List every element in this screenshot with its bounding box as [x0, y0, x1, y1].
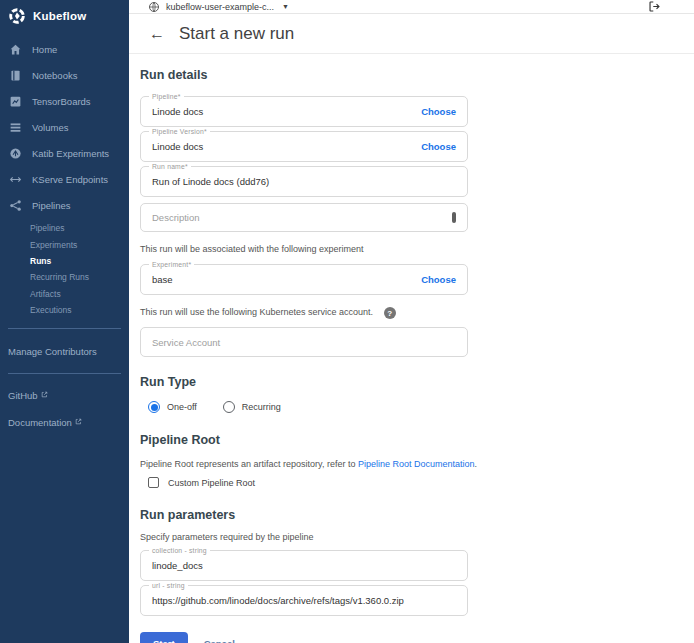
help-icon[interactable]: ? [384, 307, 396, 319]
chevron-down-icon: ▼ [282, 3, 289, 10]
volumes-icon [9, 121, 22, 134]
radio-selected-icon[interactable] [148, 401, 160, 413]
param-url-label: url - string [149, 582, 188, 589]
pipeline-version-field[interactable]: Pipeline Version* Choose [140, 131, 468, 162]
sidebar-item-label: KServe Endpoints [32, 174, 108, 185]
run-name-input[interactable] [152, 176, 456, 187]
custom-pipeline-root-label: Custom Pipeline Root [168, 478, 255, 488]
pipeline-root-description: Pipeline Root represents an artifact rep… [140, 459, 694, 469]
subnav-item-artifacts[interactable]: Artifacts [30, 286, 129, 302]
subnav-item-runs[interactable]: Runs [30, 253, 129, 269]
app-window: Kubeflow Home Notebooks TensorBoards [0, 0, 694, 643]
subnav-item-recurring-runs[interactable]: Recurring Runs [30, 269, 129, 285]
home-icon [9, 43, 22, 56]
namespace-value: kubeflow-user-example-c... [166, 2, 274, 12]
sidebar-item-kserve-endpoints[interactable]: KServe Endpoints [0, 166, 129, 192]
subnav-item-experiments[interactable]: Experiments [30, 236, 129, 252]
experiment-input[interactable] [152, 274, 413, 285]
pipeline-field[interactable]: Pipeline* Choose [140, 96, 468, 127]
experiment-choose-link[interactable]: Choose [421, 274, 456, 285]
logout-icon [648, 0, 661, 13]
form-actions: Start Cancel [140, 632, 694, 643]
sidebar: Kubeflow Home Notebooks TensorBoards [0, 0, 129, 643]
logout-button[interactable] [648, 0, 661, 13]
description-input[interactable] [152, 212, 452, 223]
subnav-label: Recurring Runs [30, 272, 89, 282]
katib-icon [9, 147, 22, 160]
resize-handle-icon[interactable] [452, 212, 456, 223]
pipeline-version-input[interactable] [152, 141, 413, 152]
namespace-selector[interactable]: kubeflow-user-example-c... ▼ [148, 1, 289, 13]
run-type-heading: Run Type [140, 375, 694, 389]
pipeline-choose-link[interactable]: Choose [421, 106, 456, 117]
start-button[interactable]: Start [140, 632, 188, 643]
subnav-label: Runs [30, 256, 51, 266]
notebook-icon [9, 69, 22, 82]
run-parameters-heading: Run parameters [140, 508, 694, 522]
pipeline-root-doc-link[interactable]: Pipeline Root Documentation [358, 459, 475, 469]
service-account-note: This run will use the following Kubernet… [140, 307, 694, 319]
sidebar-item-label: Notebooks [32, 70, 77, 81]
cancel-button[interactable]: Cancel [204, 638, 235, 643]
pipeline-field-label: Pipeline* [149, 93, 184, 100]
sidebar-item-home[interactable]: Home [0, 36, 129, 62]
radio-unselected-icon[interactable] [223, 401, 235, 413]
param-collection-field[interactable]: collection - string [140, 550, 468, 581]
run-name-field[interactable]: Run name* [140, 166, 468, 197]
radio-one-off-label: One-off [167, 402, 197, 412]
manage-contributors-label: Manage Contributors [8, 346, 97, 357]
param-url-input[interactable] [152, 595, 456, 606]
sidebar-item-label: Home [32, 44, 57, 55]
service-account-field[interactable] [140, 327, 468, 357]
pipeline-version-field-label: Pipeline Version* [149, 128, 210, 135]
subnav-item-executions[interactable]: Executions [30, 302, 129, 318]
sidebar-item-label: Volumes [32, 122, 68, 133]
external-link-icon [75, 418, 82, 425]
description-field[interactable] [140, 203, 468, 232]
form-content: Run details Pipeline* Choose Pipeline Ve… [129, 54, 694, 643]
pipeline-version-choose-link[interactable]: Choose [421, 141, 456, 152]
custom-pipeline-root-option[interactable]: Custom Pipeline Root [148, 477, 694, 488]
sidebar-item-label: Pipelines [32, 200, 71, 211]
tensorboard-icon [9, 95, 22, 108]
sidebar-item-documentation[interactable]: Documentation [0, 417, 129, 428]
subnav-label: Pipelines [30, 223, 65, 233]
page-title: Start a new run [179, 24, 294, 44]
sidebar-item-label: Katib Experiments [32, 148, 109, 159]
checkbox-unchecked-icon[interactable] [148, 477, 159, 488]
sidebar-divider [8, 328, 121, 329]
topbar: kubeflow-user-example-c... ▼ [129, 0, 694, 14]
run-parameters-subtitle: Specify parameters required by the pipel… [140, 532, 694, 542]
subnav-label: Executions [30, 305, 72, 315]
kserve-icon [9, 173, 22, 186]
sidebar-nav: Home Notebooks TensorBoards Volumes [0, 36, 129, 318]
service-account-note-text: This run will use the following Kubernet… [140, 307, 373, 317]
pipeline-root-heading: Pipeline Root [140, 433, 694, 447]
service-account-input[interactable] [152, 337, 456, 348]
subnav-item-pipelines[interactable]: Pipelines [30, 220, 129, 236]
experiment-field[interactable]: Experiment* Choose [140, 264, 468, 295]
sidebar-item-notebooks[interactable]: Notebooks [0, 62, 129, 88]
sidebar-item-katib-experiments[interactable]: Katib Experiments [0, 140, 129, 166]
pipeline-input[interactable] [152, 106, 413, 117]
radio-one-off[interactable]: One-off [148, 401, 197, 413]
sidebar-item-volumes[interactable]: Volumes [0, 114, 129, 140]
kubeflow-logo-text: Kubeflow [33, 10, 86, 22]
param-collection-input[interactable] [152, 560, 456, 571]
radio-recurring-label: Recurring [242, 402, 281, 412]
param-collection-label: collection - string [149, 547, 210, 554]
main-area: kubeflow-user-example-c... ▼ ← Start a n… [129, 0, 694, 643]
sidebar-item-github[interactable]: GitHub [0, 390, 129, 401]
param-url-field[interactable]: url - string [140, 585, 468, 616]
globe-icon [148, 1, 160, 13]
back-arrow-icon[interactable]: ← [149, 26, 165, 42]
sidebar-item-tensorboards[interactable]: TensorBoards [0, 88, 129, 114]
pipelines-icon [9, 199, 22, 212]
sidebar-item-manage-contributors[interactable]: Manage Contributors [0, 339, 129, 363]
kubeflow-logo-icon [8, 7, 26, 25]
sidebar-item-pipelines[interactable]: Pipelines [0, 192, 129, 218]
pipeline-root-description-text: Pipeline Root represents an artifact rep… [140, 459, 358, 469]
kubeflow-logo[interactable]: Kubeflow [0, 0, 129, 32]
radio-recurring[interactable]: Recurring [223, 401, 281, 413]
experiment-note: This run will be associated with the fol… [140, 244, 694, 254]
